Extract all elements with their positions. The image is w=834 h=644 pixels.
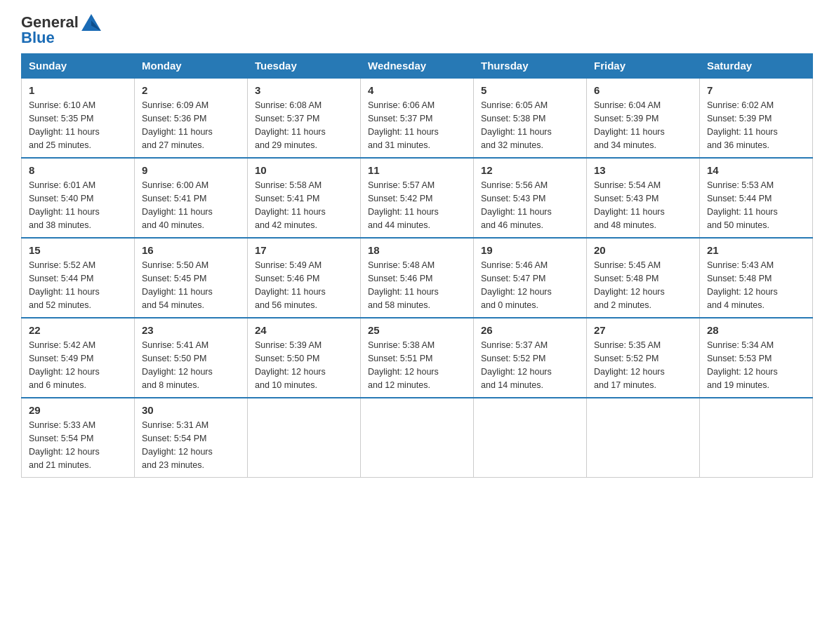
day-info: Sunrise: 5:52 AM Sunset: 5:44 PM Dayligh… (29, 259, 127, 311)
day-info: Sunrise: 5:49 AM Sunset: 5:46 PM Dayligh… (255, 259, 353, 311)
day-number: 5 (481, 84, 579, 96)
day-info: Sunrise: 5:37 AM Sunset: 5:52 PM Dayligh… (481, 339, 579, 391)
calendar-cell: 6 Sunrise: 6:04 AM Sunset: 5:39 PM Dayli… (587, 78, 700, 158)
day-info: Sunrise: 5:48 AM Sunset: 5:46 PM Dayligh… (368, 259, 466, 311)
calendar-cell: 8 Sunrise: 6:01 AM Sunset: 5:40 PM Dayli… (22, 158, 135, 238)
weekday-header-wednesday: Wednesday (361, 54, 474, 79)
calendar-week-row: 15 Sunrise: 5:52 AM Sunset: 5:44 PM Dayl… (22, 238, 813, 318)
logo-blue-text: Blue (21, 29, 101, 46)
day-number: 21 (707, 244, 805, 256)
day-info: Sunrise: 5:42 AM Sunset: 5:49 PM Dayligh… (29, 339, 127, 391)
day-info: Sunrise: 6:08 AM Sunset: 5:37 PM Dayligh… (255, 99, 353, 152)
day-info: Sunrise: 5:41 AM Sunset: 5:50 PM Dayligh… (142, 339, 240, 391)
day-info: Sunrise: 6:09 AM Sunset: 5:36 PM Dayligh… (142, 99, 240, 152)
day-info: Sunrise: 6:06 AM Sunset: 5:37 PM Dayligh… (368, 99, 466, 152)
day-number: 25 (368, 324, 466, 336)
day-info: Sunrise: 6:05 AM Sunset: 5:38 PM Dayligh… (481, 99, 579, 152)
calendar-cell: 16 Sunrise: 5:50 AM Sunset: 5:45 PM Dayl… (135, 238, 248, 318)
day-number: 2 (142, 84, 240, 96)
day-number: 16 (142, 244, 240, 256)
calendar-cell: 7 Sunrise: 6:02 AM Sunset: 5:39 PM Dayli… (700, 78, 813, 158)
calendar-week-row: 8 Sunrise: 6:01 AM Sunset: 5:40 PM Dayli… (22, 158, 813, 238)
day-info: Sunrise: 5:31 AM Sunset: 5:54 PM Dayligh… (142, 419, 240, 471)
day-info: Sunrise: 5:56 AM Sunset: 5:43 PM Dayligh… (481, 179, 579, 232)
calendar-cell: 11 Sunrise: 5:57 AM Sunset: 5:42 PM Dayl… (361, 158, 474, 238)
day-number: 23 (142, 324, 240, 336)
calendar-cell: 19 Sunrise: 5:46 AM Sunset: 5:47 PM Dayl… (474, 238, 587, 318)
calendar-cell: 12 Sunrise: 5:56 AM Sunset: 5:43 PM Dayl… (474, 158, 587, 238)
day-number: 1 (29, 84, 127, 96)
day-info: Sunrise: 5:57 AM Sunset: 5:42 PM Dayligh… (368, 179, 466, 232)
calendar-cell: 30 Sunrise: 5:31 AM Sunset: 5:54 PM Dayl… (135, 398, 248, 478)
weekday-header-friday: Friday (587, 54, 700, 79)
calendar-table: SundayMondayTuesdayWednesdayThursdayFrid… (21, 53, 813, 478)
day-info: Sunrise: 5:50 AM Sunset: 5:45 PM Dayligh… (142, 259, 240, 311)
weekday-header-tuesday: Tuesday (248, 54, 361, 79)
weekday-header-thursday: Thursday (474, 54, 587, 79)
day-info: Sunrise: 5:33 AM Sunset: 5:54 PM Dayligh… (29, 419, 127, 471)
day-number: 30 (142, 404, 240, 416)
day-number: 19 (481, 244, 579, 256)
day-info: Sunrise: 5:54 AM Sunset: 5:43 PM Dayligh… (594, 179, 692, 232)
day-info: Sunrise: 5:39 AM Sunset: 5:50 PM Dayligh… (255, 339, 353, 391)
day-number: 3 (255, 84, 353, 96)
day-info: Sunrise: 5:35 AM Sunset: 5:52 PM Dayligh… (594, 339, 692, 391)
logo: General Blue (21, 14, 101, 46)
calendar-cell: 3 Sunrise: 6:08 AM Sunset: 5:37 PM Dayli… (248, 78, 361, 158)
day-info: Sunrise: 5:45 AM Sunset: 5:48 PM Dayligh… (594, 259, 692, 311)
calendar-cell: 18 Sunrise: 5:48 AM Sunset: 5:46 PM Dayl… (361, 238, 474, 318)
day-number: 18 (368, 244, 466, 256)
weekday-header-row: SundayMondayTuesdayWednesdayThursdayFrid… (22, 54, 813, 79)
calendar-cell: 28 Sunrise: 5:34 AM Sunset: 5:53 PM Dayl… (700, 318, 813, 398)
calendar-week-row: 29 Sunrise: 5:33 AM Sunset: 5:54 PM Dayl… (22, 398, 813, 478)
calendar-cell: 17 Sunrise: 5:49 AM Sunset: 5:46 PM Dayl… (248, 238, 361, 318)
day-number: 6 (594, 84, 692, 96)
day-number: 10 (255, 164, 353, 176)
day-number: 22 (29, 324, 127, 336)
calendar-cell: 20 Sunrise: 5:45 AM Sunset: 5:48 PM Dayl… (587, 238, 700, 318)
calendar-cell: 4 Sunrise: 6:06 AM Sunset: 5:37 PM Dayli… (361, 78, 474, 158)
calendar-cell (587, 398, 700, 478)
calendar-cell (700, 398, 813, 478)
logo-icon (81, 14, 101, 31)
calendar-cell: 21 Sunrise: 5:43 AM Sunset: 5:48 PM Dayl… (700, 238, 813, 318)
calendar-cell: 9 Sunrise: 6:00 AM Sunset: 5:41 PM Dayli… (135, 158, 248, 238)
day-number: 14 (707, 164, 805, 176)
day-number: 24 (255, 324, 353, 336)
day-number: 29 (29, 404, 127, 416)
day-info: Sunrise: 6:00 AM Sunset: 5:41 PM Dayligh… (142, 179, 240, 232)
day-number: 20 (594, 244, 692, 256)
day-number: 9 (142, 164, 240, 176)
day-info: Sunrise: 5:58 AM Sunset: 5:41 PM Dayligh… (255, 179, 353, 232)
day-info: Sunrise: 5:43 AM Sunset: 5:48 PM Dayligh… (707, 259, 805, 311)
day-number: 27 (594, 324, 692, 336)
calendar-cell: 27 Sunrise: 5:35 AM Sunset: 5:52 PM Dayl… (587, 318, 700, 398)
day-info: Sunrise: 5:53 AM Sunset: 5:44 PM Dayligh… (707, 179, 805, 232)
weekday-header-sunday: Sunday (22, 54, 135, 79)
day-number: 15 (29, 244, 127, 256)
day-number: 28 (707, 324, 805, 336)
calendar-cell: 1 Sunrise: 6:10 AM Sunset: 5:35 PM Dayli… (22, 78, 135, 158)
calendar-cell: 13 Sunrise: 5:54 AM Sunset: 5:43 PM Dayl… (587, 158, 700, 238)
weekday-header-monday: Monday (135, 54, 248, 79)
day-number: 4 (368, 84, 466, 96)
calendar-cell (248, 398, 361, 478)
day-number: 17 (255, 244, 353, 256)
calendar-cell (474, 398, 587, 478)
day-number: 13 (594, 164, 692, 176)
calendar-cell: 29 Sunrise: 5:33 AM Sunset: 5:54 PM Dayl… (22, 398, 135, 478)
calendar-cell (361, 398, 474, 478)
day-number: 8 (29, 164, 127, 176)
day-info: Sunrise: 6:01 AM Sunset: 5:40 PM Dayligh… (29, 179, 127, 232)
day-info: Sunrise: 6:10 AM Sunset: 5:35 PM Dayligh… (29, 99, 127, 152)
day-number: 11 (368, 164, 466, 176)
calendar-cell: 2 Sunrise: 6:09 AM Sunset: 5:36 PM Dayli… (135, 78, 248, 158)
calendar-cell: 14 Sunrise: 5:53 AM Sunset: 5:44 PM Dayl… (700, 158, 813, 238)
calendar-cell: 15 Sunrise: 5:52 AM Sunset: 5:44 PM Dayl… (22, 238, 135, 318)
calendar-week-row: 1 Sunrise: 6:10 AM Sunset: 5:35 PM Dayli… (22, 78, 813, 158)
page-header: General Blue (21, 14, 813, 46)
calendar-cell: 26 Sunrise: 5:37 AM Sunset: 5:52 PM Dayl… (474, 318, 587, 398)
calendar-cell: 10 Sunrise: 5:58 AM Sunset: 5:41 PM Dayl… (248, 158, 361, 238)
day-number: 26 (481, 324, 579, 336)
day-info: Sunrise: 5:46 AM Sunset: 5:47 PM Dayligh… (481, 259, 579, 311)
